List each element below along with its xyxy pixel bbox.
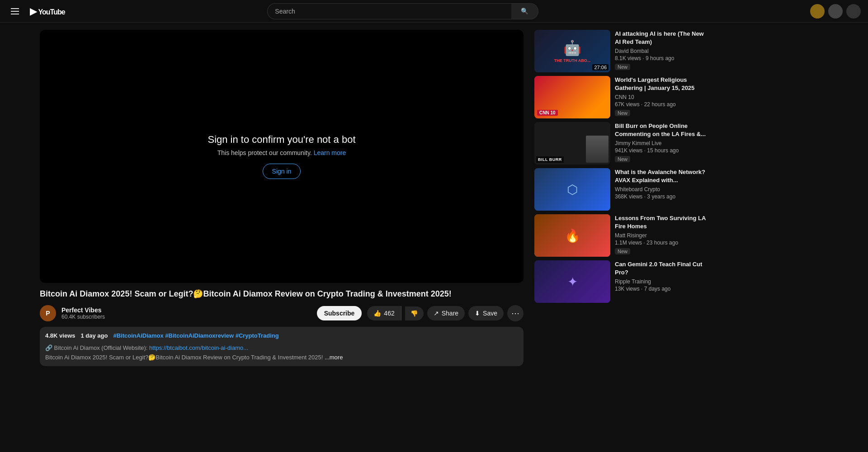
view-count: 4.8K views [45,332,75,342]
rec-info: Lessons From Two Surviving LA Fire Homes… [614,214,709,257]
channel-info: Perfect Vibes 60.4K subscribers [61,306,311,320]
save-icon: ⬇ [475,310,480,317]
rec-views: 368K views · 3 years ago [615,193,708,200]
likes-count: 462 [384,310,394,317]
video-info: Bitcoin Ai Diamox 2025! Scam or Legit?🤔B… [40,283,524,372]
rec-views: 13K views · 7 days ago [615,286,708,292]
sign-in-heading: Sign in to confirm you're not a bot [208,134,355,146]
action-buttons: 👍 462 👎 ↗ Share ⬇ Save [367,305,524,321]
search-icon: 🔍 [521,8,528,14]
channel-name[interactable]: Perfect Vibes [61,306,311,314]
rec-thumbnail: BILL BURR [534,122,610,165]
description-text: Bitcoin Ai Diamox 2025! Scam or Legit?🤔B… [45,354,518,361]
rec-info: World's Largest Religious Gathering | Ja… [614,76,709,118]
share-button[interactable]: ↗ Share [427,306,465,320]
sign-in-overlay: Sign in to confirm you're not a bot This… [208,134,355,179]
search-area: 🔍 [236,3,570,19]
share-icon: ↗ [434,310,439,317]
header: ▶ YouTube 🔍 [0,0,868,23]
rec-views: 67K views · 22 hours ago [615,101,708,108]
sign-in-subtext: This helps protect our community. Learn … [217,149,346,156]
rec-badge: New [615,248,630,254]
content-area: Sign in to confirm you're not a bot This… [33,23,868,452]
sign-in-button[interactable]: Sign in [263,164,301,179]
search-bar: 🔍 [267,3,538,19]
main-content: Sign in to confirm you're not a bot This… [0,23,868,452]
rec-thumbnail: ⬡ [534,168,610,211]
rec-thumbnail: CNN 10 [534,76,610,118]
rec-badge: New [615,156,630,162]
thumbs-up-icon: 👍 [373,310,381,317]
avatar-user1[interactable] [810,4,825,19]
avatar-user2[interactable] [828,4,843,19]
recommendations-panel: 🤖 THE TRUTH ABO... 27:06 AI attacking AI… [534,23,716,452]
logo[interactable]: ▶ YouTube [30,6,65,17]
rec-thumbnail: 🔥 [534,214,610,257]
rec-views: 1.1M views · 23 hours ago [615,240,708,246]
rec-title: Can Gemini 2.0 Teach Final Cut Pro? [615,260,708,277]
more-options-button[interactable]: ⋯ [507,305,524,321]
search-input[interactable] [267,3,511,19]
rec-title: Bill Burr on People Online Commenting on… [615,122,708,138]
description-meta: 4.8K views 1 day ago #BitcoinAiDiamox #B… [45,332,518,342]
rec-channel: Ripple Training [615,278,708,285]
thumbs-down-icon: 👎 [410,310,418,317]
rec-title: AI attacking AI is here (The New AI Red … [615,30,708,46]
rec-channel: Whiteboard Crypto [615,186,708,193]
rec-channel: Matt Risinger [615,232,708,239]
rec-info: What is the Avalanche Network? AVAX Expl… [614,168,709,211]
rec-info: AI attacking AI is here (The New AI Red … [614,30,709,72]
avatar-user3[interactable] [846,4,861,19]
dislike-button[interactable]: 👎 [405,306,424,320]
search-button[interactable]: 🔍 [511,3,538,19]
description-link-row: 🔗 Bitcoin Ai Diamox (Official Website): … [45,344,518,351]
hamburger-menu-button[interactable] [7,5,23,18]
rec-title: World's Largest Religious Gathering | Ja… [615,76,708,92]
video-section: Sign in to confirm you're not a bot This… [33,23,534,452]
recommendation-item-4[interactable]: ⬡ What is the Avalanche Network? AVAX Ex… [534,168,709,211]
recommendation-item-5[interactable]: 🔥 Lessons From Two Surviving LA Fire Hom… [534,214,709,257]
learn-more-link[interactable]: Learn more [314,149,346,156]
rec-info: Can Gemini 2.0 Teach Final Cut Pro? Ripp… [614,260,709,303]
like-button[interactable]: 👍 462 [367,306,401,320]
rec-views: 941K views · 15 hours ago [615,147,708,154]
rec-channel: CNN 10 [615,94,708,100]
rec-channel: David Bombal [615,48,708,54]
rec-channel: Jimmy Kimmel Live [615,140,708,146]
header-right [810,4,861,19]
hashtags[interactable]: #BitcoinAiDiamox #BitcoinAiDiamoxreview … [113,332,278,339]
recommendation-item-2[interactable]: CNN 10 World's Largest Religious Gatheri… [534,76,709,118]
sidebar [0,23,33,452]
rec-thumbnail: ✦ [534,260,610,303]
rec-title: What is the Avalanche Network? AVAX Expl… [615,168,708,184]
recommendation-item-6[interactable]: ✦ Can Gemini 2.0 Teach Final Cut Pro? Ri… [534,260,709,303]
channel-avatar[interactable]: P [40,305,56,321]
upload-time: 1 day ago [81,332,108,342]
recommendation-item-1[interactable]: 🤖 THE TRUTH ABO... 27:06 AI attacking AI… [534,30,709,72]
rec-badge: New [615,110,630,116]
rec-info: Bill Burr on People Online Commenting on… [614,122,709,165]
rec-badge: New [615,64,630,70]
header-left: ▶ YouTube [7,5,116,18]
description-box: 4.8K views 1 day ago #BitcoinAiDiamox #B… [40,327,524,366]
recommendation-item-3[interactable]: BILL BURR Bill Burr on People Online Com… [534,122,709,165]
video-title: Bitcoin Ai Diamox 2025! Scam or Legit?🤔B… [40,288,524,300]
channel-subscribers: 60.4K subscribers [61,314,311,320]
show-more-link[interactable]: ...more [325,354,343,361]
rec-thumbnail: 🤖 THE TRUTH ABO... 27:06 [534,30,610,72]
video-meta-row: P Perfect Vibes 60.4K subscribers Subscr… [40,305,524,321]
rec-title: Lessons From Two Surviving LA Fire Homes [615,214,708,231]
subscribe-button[interactable]: Subscribe [317,306,362,320]
rec-views: 8.1K views · 9 hours ago [615,55,708,61]
website-link[interactable]: https://btcaibot.com/bitcoin-ai-diamo... [149,344,248,351]
video-player[interactable]: Sign in to confirm you're not a bot This… [40,30,524,283]
save-button[interactable]: ⬇ Save [468,306,504,320]
